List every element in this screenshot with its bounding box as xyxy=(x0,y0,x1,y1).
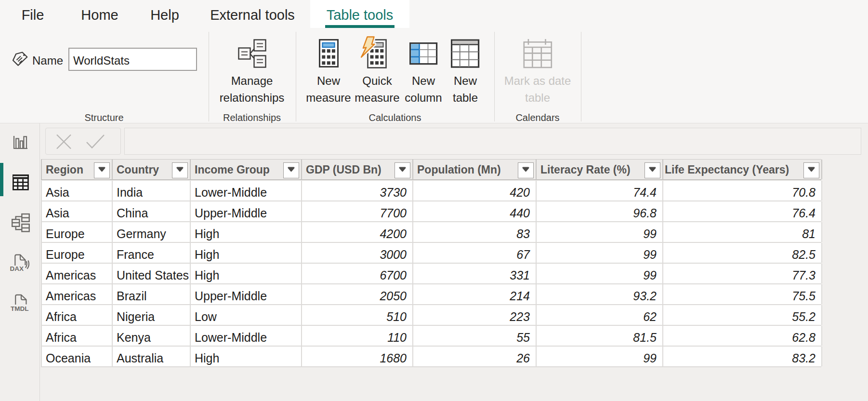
svg-text:DAX: DAX xyxy=(10,265,24,272)
svg-text:TMDL: TMDL xyxy=(11,305,29,312)
